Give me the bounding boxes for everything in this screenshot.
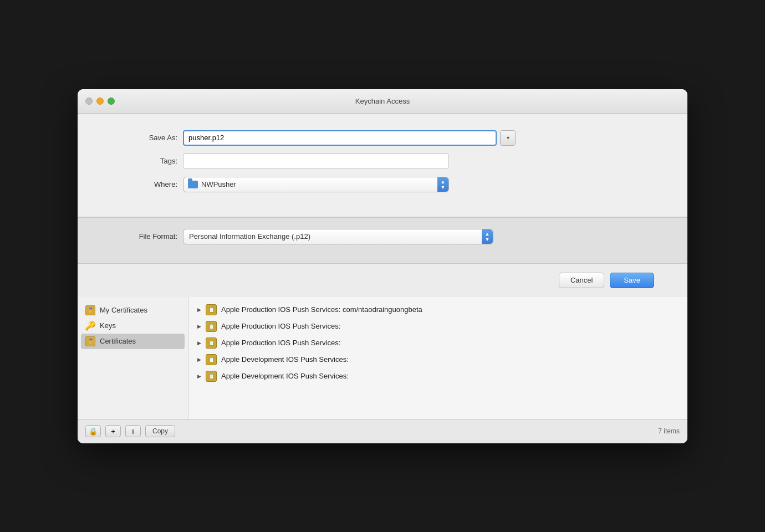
- expand-arrow-icon: ▶: [197, 357, 201, 362]
- save-as-input[interactable]: [183, 130, 497, 146]
- sidebar-item-my-certificates[interactable]: 🏅 My Certificates: [78, 303, 188, 318]
- list-item-label: Apple Production IOS Push Services:: [221, 339, 340, 347]
- sidebar-item-label: Keys: [100, 321, 116, 330]
- maximize-button[interactable]: [108, 98, 115, 105]
- cert-item-icon: 📋: [206, 304, 217, 315]
- list-item[interactable]: ▶ 📋 Apple Production IOS Push Services:: [197, 335, 679, 351]
- certificates-icon: 🏅: [85, 336, 95, 346]
- minimize-button[interactable]: [96, 98, 104, 105]
- save-dialog: Save As: ▾ Tags: Where: NWPusher: [78, 114, 687, 217]
- my-certificates-icon: 🏅: [85, 305, 95, 315]
- tags-label: Tags:: [111, 157, 177, 165]
- tags-row: Tags:: [111, 154, 654, 169]
- title-bar: Keychain Access: [78, 89, 687, 114]
- keychain-access-window: Keychain Access Save As: ▾ Tags: Where:: [78, 89, 687, 443]
- list-item-label: Apple Production IOS Push Services:: [221, 322, 340, 330]
- lock-icon: 🔒: [89, 427, 98, 436]
- format-section: File Format: Personal Information Exchan…: [78, 217, 687, 264]
- save-as-label: Save As:: [111, 134, 177, 142]
- sidebar-item-label: My Certificates: [100, 306, 147, 314]
- file-format-select[interactable]: Personal Information Exchange (.p12) ▲ ▼: [183, 229, 493, 244]
- tags-input[interactable]: [183, 154, 449, 169]
- where-label: Where:: [111, 180, 177, 188]
- bottom-toolbar: 🔒 + i Copy 7 items: [78, 419, 687, 443]
- list-item-label: Apple Production IOS Push Services: com/…: [221, 305, 422, 314]
- where-value: NWPusher: [201, 180, 236, 188]
- item-count: 7 items: [658, 427, 680, 435]
- folder-icon: [188, 181, 198, 188]
- list-item[interactable]: ▶ 📋 Apple Development IOS Push Services:: [197, 351, 679, 368]
- expand-arrow-icon: ▶: [197, 324, 201, 329]
- sidebar-item-certificates[interactable]: 🏅 Certificates: [81, 334, 185, 349]
- cancel-button[interactable]: Cancel: [559, 273, 604, 288]
- cert-item-icon: 📋: [206, 337, 217, 349]
- where-updown-icon: ▲ ▼: [437, 177, 448, 192]
- list-item[interactable]: ▶ 📋 Apple Production IOS Push Services:: [197, 318, 679, 335]
- save-as-row: Save As: ▾: [111, 130, 654, 146]
- cert-item-icon: 📋: [206, 371, 217, 382]
- chevron-down-icon: ▾: [507, 135, 509, 141]
- format-updown-icon: ▲ ▼: [482, 229, 493, 244]
- list-item-label: Apple Development IOS Push Services:: [221, 355, 349, 364]
- cert-item-icon: 📋: [206, 321, 217, 332]
- traffic-lights: [85, 98, 115, 105]
- copy-label: Copy: [152, 427, 168, 435]
- info-icon: i: [132, 427, 134, 436]
- info-button[interactable]: i: [125, 425, 141, 437]
- close-button[interactable]: [85, 98, 93, 105]
- expand-arrow-icon: ▶: [197, 374, 201, 379]
- certificate-list: ▶ 📋 Apple Production IOS Push Services: …: [188, 297, 687, 419]
- format-select-main: Personal Information Exchange (.p12): [183, 229, 482, 244]
- sidebar: 🏅 My Certificates 🔑 Keys 🏅 Certificates: [78, 297, 188, 419]
- add-button[interactable]: +: [105, 425, 121, 437]
- sidebar-item-label: Certificates: [100, 337, 136, 345]
- expand-arrow-icon: ▶: [197, 340, 201, 346]
- where-select-main: NWPusher: [183, 177, 437, 192]
- save-as-container: ▾: [183, 130, 516, 146]
- keys-icon: 🔑: [85, 321, 95, 331]
- where-row: Where: NWPusher ▲ ▼: [111, 177, 654, 192]
- format-value: Personal Information Exchange (.p12): [189, 232, 310, 241]
- cert-item-icon: 📋: [206, 354, 217, 365]
- copy-button[interactable]: Copy: [145, 425, 175, 437]
- sidebar-item-keys[interactable]: 🔑 Keys: [78, 318, 188, 334]
- list-item-label: Apple Development IOS Push Services:: [221, 372, 349, 380]
- file-format-label: File Format:: [111, 232, 177, 241]
- list-item[interactable]: ▶ 📋 Apple Development IOS Push Services:: [197, 368, 679, 385]
- main-content: 🏅 My Certificates 🔑 Keys 🏅 Certificates …: [78, 297, 687, 419]
- action-buttons: Cancel Save: [78, 264, 687, 297]
- plus-icon: +: [111, 427, 115, 436]
- where-select[interactable]: NWPusher ▲ ▼: [183, 177, 449, 192]
- file-format-row: File Format: Personal Information Exchan…: [111, 229, 654, 244]
- lock-button[interactable]: 🔒: [85, 425, 101, 437]
- save-as-dropdown-button[interactable]: ▾: [500, 130, 516, 146]
- list-item[interactable]: ▶ 📋 Apple Production IOS Push Services: …: [197, 301, 679, 318]
- window-title: Keychain Access: [355, 97, 410, 105]
- save-button[interactable]: Save: [610, 273, 654, 288]
- expand-arrow-icon: ▶: [197, 307, 201, 313]
